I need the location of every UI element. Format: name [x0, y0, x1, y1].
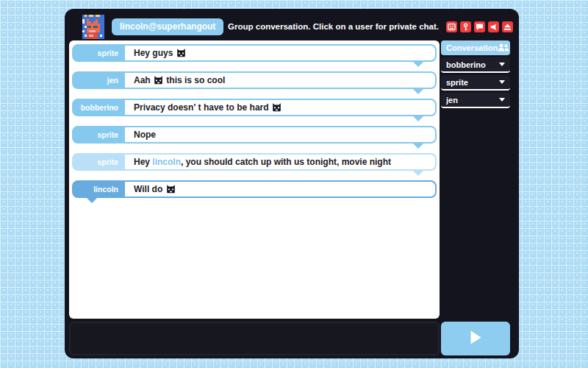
message-text: Will do	[125, 182, 435, 197]
message-text: Hey guys	[125, 46, 435, 60]
user-list-item-label: sprite	[446, 78, 468, 87]
composer-bar	[69, 322, 510, 355]
send-triangle-icon	[470, 330, 482, 347]
message-input[interactable]	[69, 322, 440, 355]
bubble-tail-icon	[87, 198, 97, 203]
header-icon-row	[446, 21, 513, 32]
chat-message: sprite Hey lincoln, you should catch up …	[72, 153, 437, 171]
message-username[interactable]: jen	[74, 73, 125, 88]
message-text-part: Hey guys	[134, 48, 176, 58]
pixel-cat-avatar	[82, 15, 104, 39]
user-list-item-label: jen	[446, 96, 458, 105]
group-icon	[498, 43, 509, 53]
header-bar: lincoln@superhangout Group conversation.…	[65, 9, 519, 38]
chat-message: jen Aah this is so cool	[72, 71, 437, 89]
main-area: sprite Hey guys jen Aah this is so cool …	[69, 40, 510, 319]
message-text: Nope	[125, 127, 435, 142]
chevron-down-icon	[499, 98, 505, 102]
bubble-tail-icon	[413, 116, 423, 121]
user-list: bobberino sprite jen	[441, 57, 510, 110]
message-username[interactable]: sprite	[74, 127, 125, 142]
message-text-part: , you should catch up with us tonight, m…	[181, 157, 391, 167]
conversation-header: Conversation	[441, 40, 510, 55]
cat-emoji-icon	[176, 48, 186, 58]
message-text-part: Hey	[134, 157, 152, 167]
message-text: Aah this is so cool	[125, 73, 435, 88]
user-list-item-bobberino[interactable]: bobberino	[441, 57, 510, 73]
bubble-tail-icon	[413, 171, 423, 176]
message-text: Privacy doesn' t have to be hard	[125, 100, 435, 115]
bubble-tail-icon	[413, 89, 423, 94]
message-text-part: Aah	[134, 75, 153, 85]
message-text-part: Will do	[134, 184, 165, 194]
chat-message: sprite Nope	[72, 126, 437, 144]
avatar-pixel	[102, 37, 104, 39]
chat-message: bobberino Privacy doesn' t have to be ha…	[72, 99, 437, 116]
chat-window: lincoln@superhangout Group conversation.…	[65, 9, 519, 358]
message-username[interactable]: lincoln	[74, 182, 125, 197]
message-text-part: this is so cool	[164, 75, 225, 85]
key-icon[interactable]	[460, 21, 471, 32]
eject-icon[interactable]	[502, 21, 513, 32]
header-status-text: Group conversation. Click on a user for …	[228, 22, 439, 31]
chat-message: lincoln Will do	[72, 180, 437, 198]
message-text-part: Privacy doesn' t have to be hard	[134, 102, 271, 113]
message-username[interactable]: bobberino	[74, 100, 125, 115]
message-username[interactable]: sprite	[74, 155, 125, 169]
chevron-down-icon	[499, 63, 505, 66]
user-list-item-label: bobberino	[446, 60, 486, 69]
message-text-part: Nope	[134, 130, 156, 140]
conversation-header-label: Conversation	[446, 43, 498, 52]
chat-message: sprite Hey guys	[72, 44, 437, 62]
user-list-item-jen[interactable]: jen	[441, 93, 510, 108]
conversation-sidebar: Conversation bobberino sprite jen	[441, 40, 510, 319]
message-list: sprite Hey guys jen Aah this is so cool …	[69, 40, 440, 319]
message-text: Hey lincoln, you should catch up with us…	[125, 155, 435, 169]
user-identity-badge: lincoln@superhangout	[112, 18, 223, 35]
bubble-tail-icon	[413, 62, 423, 67]
message-username[interactable]: sprite	[74, 46, 125, 60]
horn-icon[interactable]	[488, 21, 499, 32]
mention-username[interactable]: lincoln	[152, 157, 181, 167]
speech-bubble-icon[interactable]	[474, 21, 485, 32]
cat-emoji-icon	[166, 184, 176, 194]
bubble-tail-icon	[413, 144, 423, 149]
chevron-down-icon	[499, 80, 505, 84]
send-button[interactable]	[441, 322, 510, 355]
cat-emoji-icon	[154, 75, 163, 85]
user-list-item-sprite[interactable]: sprite	[441, 75, 510, 91]
robot-icon[interactable]	[446, 21, 457, 32]
cat-emoji-icon	[272, 102, 282, 113]
